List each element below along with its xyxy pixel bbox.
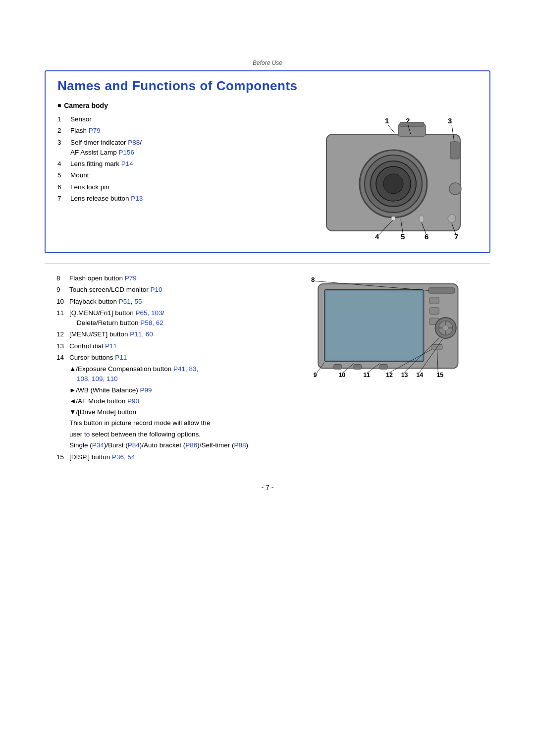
item-num: 12 [56, 329, 65, 339]
second-content: 8 Flash open button P79 9 Touch screen/L… [56, 273, 479, 464]
note-text: Single (P34)/Burst (P84)/Auto bracket (P… [56, 440, 285, 450]
back-item-list: 8 Flash open button P79 9 Touch screen/L… [56, 273, 285, 363]
list-item: 1 Sensor [57, 114, 284, 124]
link: P86 [185, 441, 197, 449]
separator [45, 263, 490, 264]
item-text: Lens lock pin [70, 182, 284, 192]
sub-item-text: ►/WB (White Balance) P99 [69, 385, 285, 395]
front-list-column: 1 Sensor 2 Flash P79 3 Self-timer indica… [57, 114, 284, 243]
content-area: 1 Sensor 2 Flash P79 3 Self-timer indica… [57, 114, 478, 243]
svg-point-19 [449, 183, 461, 195]
link: 108, 109, 110 [77, 375, 118, 382]
page-container: Before Use Names and Functions of Compon… [0, 0, 535, 756]
item-text: Sensor [70, 114, 284, 124]
link: P11 [105, 342, 117, 350]
svg-text:8: 8 [311, 276, 315, 283]
item-text: Flash open button P79 [69, 273, 285, 283]
svg-rect-39 [429, 297, 439, 304]
page-number: - 7 - [0, 484, 535, 506]
svg-text:4: 4 [375, 232, 379, 241]
list-item: 7 Lens release button P13 [57, 194, 284, 204]
cursor-sub-item: ►/WB (White Balance) P99 [56, 385, 285, 395]
svg-text:7: 7 [454, 232, 458, 241]
cursor-sub-item: ◄/AF Mode button P90 [56, 396, 285, 406]
note-text: user to select between the following opt… [56, 430, 285, 439]
list-item: 3 Self-timer indicator P88/AF Assist Lam… [57, 138, 284, 158]
item-num: 7 [57, 194, 66, 204]
sub-item-text: ▼/[Drive Mode] button [69, 407, 285, 417]
item-text: [Q.MENU/Fn1] button P65, 103/ Delete/Ret… [69, 308, 285, 328]
item-text: Touch screen/LCD monitor P10 [69, 285, 285, 295]
item-text: [MENU/SET] button P11, 60 [69, 329, 285, 339]
link: P13 [131, 195, 143, 202]
item-num: 15 [56, 452, 65, 462]
item-num: 1 [57, 114, 66, 124]
svg-rect-10 [450, 142, 459, 159]
item-num: 4 [57, 159, 66, 169]
svg-text:1: 1 [385, 116, 389, 125]
svg-point-46 [443, 325, 448, 330]
list-item: 6 Lens lock pin [57, 182, 284, 192]
svg-line-20 [388, 125, 395, 133]
link: P84 [128, 441, 140, 449]
list-item: 5 Mount [57, 170, 284, 180]
svg-rect-17 [420, 216, 424, 222]
link: P11 [115, 354, 127, 361]
item-text: Playback button P51, 55 [69, 297, 285, 307]
front-item-list: 1 Sensor 2 Flash P79 3 Self-timer indica… [57, 114, 284, 204]
link: P156 [119, 149, 135, 156]
svg-rect-37 [326, 291, 422, 360]
camera-back-diagram: 8 9 10 11 12 13 14 15 [303, 273, 471, 382]
link: P11, 60 [130, 330, 153, 338]
camera-body-label: Camera body [57, 102, 478, 109]
before-use-label: Before Use [0, 0, 535, 66]
svg-point-15 [383, 174, 403, 194]
list-item: 4 Lens fitting mark P14 [57, 159, 284, 169]
svg-text:3: 3 [448, 116, 452, 125]
item-text: [DISP.] button P36, 54 [69, 452, 285, 462]
link: P14 [121, 160, 133, 167]
back-list-column: 8 Flash open button P79 9 Touch screen/L… [56, 273, 285, 464]
svg-rect-40 [429, 308, 439, 314]
back-section: 8 Flash open button P79 9 Touch screen/L… [45, 273, 490, 464]
cursor-sub-item: ▼/[Drive Mode] button [56, 407, 285, 417]
svg-text:9: 9 [314, 372, 317, 378]
front-diagram-column: 1 2 3 4 5 6 7 [294, 114, 478, 243]
svg-text:11: 11 [363, 372, 370, 378]
item-num: 5 [57, 170, 66, 180]
svg-rect-48 [334, 365, 341, 370]
item-text: Self-timer indicator P88/AF Assist Lamp … [70, 138, 284, 158]
item-num: 9 [56, 285, 65, 295]
list-item: 11 [Q.MENU/Fn1] button P65, 103/ Delete/… [56, 308, 285, 328]
svg-rect-50 [380, 365, 387, 370]
item-num: 11 [56, 308, 65, 328]
list-item: 10 Playback button P51, 55 [56, 297, 285, 307]
svg-text:12: 12 [386, 372, 393, 378]
link: P88 [128, 139, 140, 146]
item-text: Control dial P11 [69, 341, 285, 351]
link: P90 [127, 397, 139, 405]
sub-item-text: ▲/Exposure Compensation button P41, 83, … [69, 364, 285, 384]
item-text: Mount [70, 170, 284, 180]
list-item: 15 [DISP.] button P36, 54 [56, 452, 285, 462]
item-num: 10 [56, 297, 65, 307]
item-num: 13 [56, 341, 65, 351]
item-text: Cursor buttons P11 [69, 353, 285, 363]
list-item: 14 Cursor buttons P11 [56, 353, 285, 363]
item-text: Lens release button P13 [70, 194, 284, 204]
list-item: 12 [MENU/SET] button P11, 60 [56, 329, 285, 339]
item15-list: 15 [DISP.] button P36, 54 [56, 452, 285, 462]
section-box: Names and Functions of Components Camera… [45, 70, 490, 253]
link: P58, 62 [140, 319, 163, 326]
item-text: Flash P79 [70, 126, 284, 136]
link: P99 [140, 386, 152, 394]
link: P88 [234, 441, 246, 449]
list-item: 8 Flash open button P79 [56, 273, 285, 283]
svg-point-16 [391, 216, 395, 220]
svg-text:10: 10 [338, 372, 345, 378]
svg-rect-38 [428, 288, 455, 293]
camera-front-diagram: 1 2 3 4 5 6 7 [302, 114, 470, 243]
cursor-sub-item: ▲/Exposure Compensation button P41, 83, … [56, 364, 285, 384]
back-diagram-column: 8 9 10 11 12 13 14 15 [295, 273, 479, 464]
svg-rect-9 [400, 122, 424, 126]
